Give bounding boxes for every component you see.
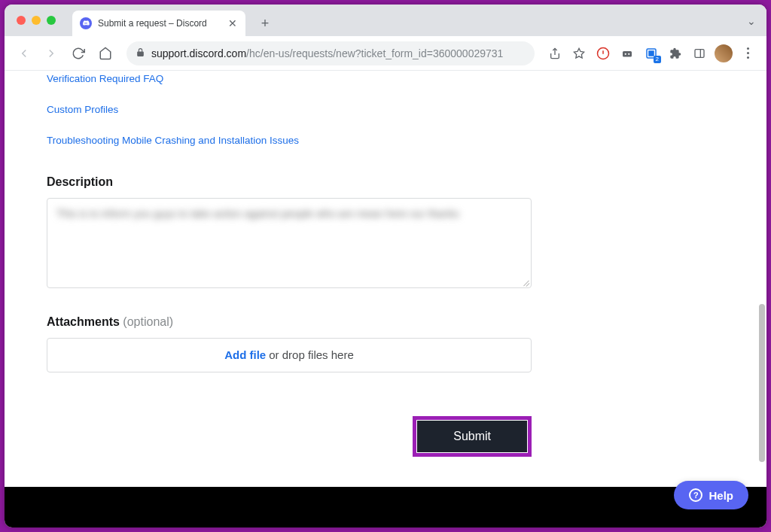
help-label: Help [709,489,733,502]
tab-bar: Submit a request – Discord ✕ + ⌄ [5,5,766,36]
resize-handle[interactable] [520,277,529,286]
sidepanel-button[interactable] [690,44,709,63]
tab-title: Submit a request – Discord [98,18,221,29]
drop-files-text: or drop files here [269,348,354,361]
svg-point-4 [625,53,626,54]
submit-highlight: Submit [413,416,532,457]
minimize-window-button[interactable] [32,16,41,25]
forward-button[interactable] [41,43,62,64]
close-window-button[interactable] [17,16,26,25]
browser-menu-button[interactable] [738,44,757,63]
attachments-label: Attachments (optional) [47,315,724,329]
faq-link-troubleshooting[interactable]: Troubleshooting Mobile Crashing and Inst… [47,134,724,148]
help-question-icon: ? [689,488,702,502]
url-text: support.discord.com/hc/en-us/requests/ne… [151,47,503,59]
description-textarea[interactable]: This is to inform you guys to take actio… [47,198,532,288]
svg-marker-1 [574,48,584,58]
window-controls [17,16,56,25]
scrollbar[interactable] [757,71,766,527]
home-button[interactable] [95,43,116,64]
description-label: Description [47,175,724,189]
svg-rect-8 [695,49,704,57]
browser-tab[interactable]: Submit a request – Discord ✕ [72,11,245,36]
svg-point-5 [628,53,629,54]
add-file-link[interactable]: Add file [224,348,266,361]
submit-button[interactable]: Submit [417,421,527,452]
discord-favicon [80,17,92,29]
page-content: Verification Required FAQ Custom Profile… [5,71,766,527]
url-field[interactable]: support.discord.com/hc/en-us/requests/ne… [126,41,535,65]
reload-button[interactable] [68,43,89,64]
address-bar: support.discord.com/hc/en-us/requests/ne… [5,36,766,71]
svg-rect-3 [623,51,632,57]
faq-link-profiles[interactable]: Custom Profiles [47,103,724,117]
extension-3-icon[interactable]: 2 [641,44,661,63]
browser-window: Submit a request – Discord ✕ + ⌄ support… [5,5,766,527]
new-tab-button[interactable]: + [254,13,276,34]
bookmark-star-button[interactable] [569,44,589,63]
profile-avatar[interactable] [714,44,733,63]
file-drop-zone[interactable]: Add file or drop files here [47,338,532,372]
extension-1-icon[interactable] [593,44,613,63]
maximize-window-button[interactable] [47,16,56,25]
extensions-puzzle-button[interactable] [666,44,685,63]
tabs-dropdown-button[interactable]: ⌄ [747,15,756,27]
share-button[interactable] [545,44,565,63]
help-widget-button[interactable]: ? Help [674,481,748,509]
faq-link-verification[interactable]: Verification Required FAQ [47,72,724,87]
extension-2-icon[interactable] [617,44,637,63]
svg-rect-7 [649,51,654,56]
lock-icon [136,47,145,59]
tab-close-button[interactable]: ✕ [227,18,238,29]
scrollbar-thumb[interactable] [759,304,765,462]
back-button[interactable] [14,43,35,64]
description-value: This is to inform you guys to take actio… [56,208,522,220]
page-footer [5,487,766,527]
toolbar-icons: 2 [545,44,757,63]
